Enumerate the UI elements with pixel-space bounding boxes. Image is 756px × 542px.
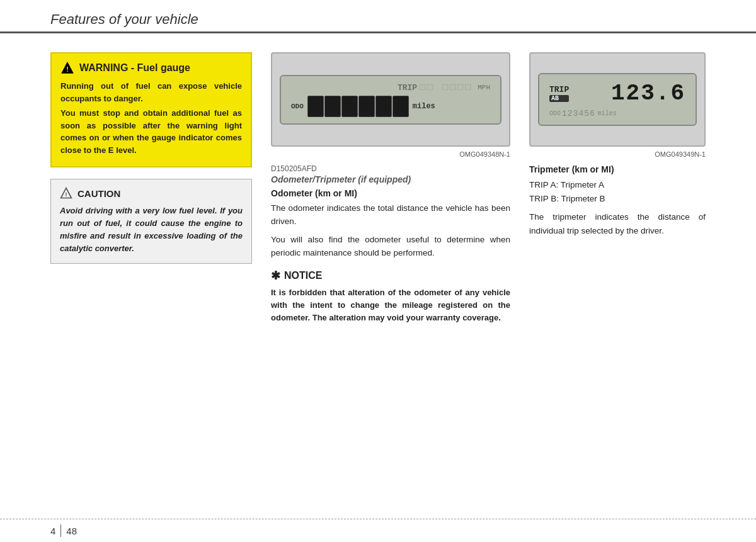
caution-body: Avoid driving with a very low fuel level… [60, 205, 243, 256]
footer-chapter: 4 [50, 526, 55, 536]
warning-line-1: Running out of fuel can expose vehicle o… [60, 80, 242, 104]
footer-divider [60, 524, 61, 537]
trip-odo-unit: miles [598, 110, 617, 117]
odo-digit-4: 8 [358, 96, 375, 117]
left-column: ! WARNING - Fuel gauge Running out of fu… [50, 52, 252, 324]
section-id: D150205AFD [271, 164, 510, 173]
section-title: Odometer/Tripmeter (if equipped) [271, 174, 510, 184]
odo-display: TRIP □□ □□□□ MPH ODO 8 8 8 8 8 8 miles [280, 75, 501, 125]
odo-bottom-row: ODO 8 8 8 8 8 8 miles [291, 96, 490, 117]
trip-display: TRIP AB 123.6 ODO 123456 miles [538, 73, 697, 126]
trip-odo-digits: 123456 [562, 109, 595, 118]
notice-box: ✱ NOTICE It is forbidden that alteration… [271, 269, 510, 324]
trip-description: The tripmeter indicates the distance of … [529, 210, 706, 237]
caution-icon: ! [60, 187, 72, 200]
odo-digit-2: 8 [324, 96, 341, 117]
notice-title: ✱ NOTICE [271, 269, 510, 283]
warning-line-2: You must stop and obtain additional fuel… [60, 107, 242, 156]
notice-body: It is forbidden that alteration of the o… [271, 286, 510, 324]
footer-page: 48 [66, 526, 77, 536]
odo-digits: 8 8 8 8 8 8 [307, 96, 409, 117]
right-column: TRIP AB 123.6 ODO 123456 miles OMG049349… [529, 52, 706, 324]
odo-label: ODO [291, 103, 304, 110]
mph-label: MPH [478, 84, 490, 91]
notice-title-text: NOTICE [284, 270, 322, 281]
trip-b-text: TRIP B: Tripmeter B [529, 192, 706, 206]
trip-image-caption: OMG049349N-1 [529, 150, 706, 158]
odometer-text-1: The odometer indicates the total distanc… [271, 202, 510, 229]
warning-body: Running out of fuel can expose vehicle o… [60, 80, 242, 156]
odo-digit-3: 8 [341, 96, 358, 117]
page-footer: 4 48 [0, 519, 756, 542]
warning-box: ! WARNING - Fuel gauge Running out of fu… [50, 52, 252, 167]
odometer-display-box: TRIP □□ □□□□ MPH ODO 8 8 8 8 8 8 miles [271, 52, 510, 147]
trip-odo-label: ODO [549, 110, 561, 117]
caution-box: ! CAUTION Avoid driving with a very low … [50, 179, 252, 264]
caution-title-text: CAUTION [77, 188, 120, 199]
page-header: Features of your vehicle [0, 0, 756, 33]
main-content: ! WARNING - Fuel gauge Running out of fu… [0, 33, 756, 337]
odo-digit-1: 8 [307, 96, 324, 117]
trip-label-box: TRIP AB [549, 85, 569, 102]
odo-image-caption: OMG049348N-1 [271, 150, 510, 158]
trip-top-row: TRIP AB 123.6 [549, 81, 685, 106]
trip-ab-label: AB [549, 95, 569, 102]
svg-text:!: ! [65, 191, 67, 198]
warning-icon: ! [60, 61, 74, 75]
tripmeter-display-box: TRIP AB 123.6 ODO 123456 miles [529, 52, 706, 147]
odo-unit: miles [413, 102, 435, 111]
notice-asterisk: ✱ [271, 269, 280, 283]
odo-digit-6: 8 [392, 96, 409, 117]
trip-digits: 123.6 [573, 81, 685, 106]
trip-label-main: TRIP [549, 85, 569, 94]
caution-title: ! CAUTION [60, 187, 243, 200]
trip-seg-display: □□ □□□□ [420, 82, 472, 93]
warning-title: ! WARNING - Fuel gauge [60, 61, 242, 75]
warning-title-text: WARNING - Fuel gauge [79, 62, 190, 74]
odo-digit-5: 8 [375, 96, 392, 117]
svg-text:!: ! [66, 65, 69, 73]
middle-column: TRIP □□ □□□□ MPH ODO 8 8 8 8 8 8 miles [271, 52, 510, 324]
trip-a-text: TRIP A: Tripmeter A [529, 178, 706, 192]
trip-bottom-row: ODO 123456 miles [549, 109, 685, 118]
trip-label-top: TRIP [398, 83, 417, 93]
page-title: Features of your vehicle [50, 11, 706, 28]
odo-top-row: TRIP □□ □□□□ MPH [291, 82, 490, 93]
odometer-subtitle: Odometer (km or MI) [271, 188, 510, 198]
odometer-text-2: You will also find the odometer useful t… [271, 234, 510, 260]
right-section-title: Tripmeter (km or MI) [529, 164, 706, 174]
